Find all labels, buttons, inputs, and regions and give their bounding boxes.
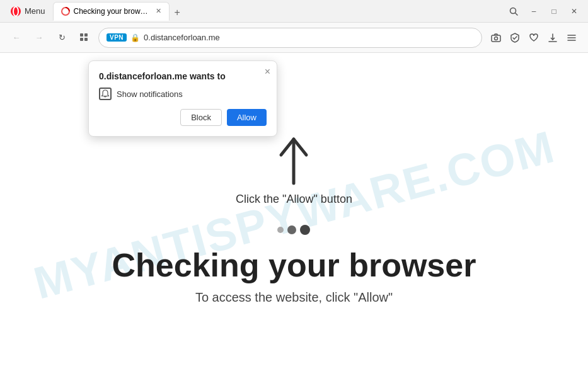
svg-line-4 [516, 13, 518, 15]
camera-button[interactable] [487, 29, 505, 47]
dot-2 [287, 225, 296, 234]
toolbar-icons [487, 29, 580, 47]
address-bar: ← → ↻ VPN 🔒 0.distanceforloan.me [0, 23, 588, 53]
shield-icon [510, 33, 520, 43]
hamburger-icon [567, 33, 577, 43]
popup-title: 0.distanceforloan.me wants to [99, 71, 267, 81]
block-button[interactable]: Block [180, 109, 222, 126]
popup-actions: Block Allow [99, 109, 267, 126]
dot-3 [300, 225, 310, 235]
url-bar[interactable]: VPN 🔒 0.distanceforloan.me [98, 28, 482, 48]
menu-button[interactable] [563, 29, 580, 47]
shield-button[interactable] [506, 29, 524, 47]
new-tab-button[interactable]: + [170, 4, 185, 21]
opera-logo-icon [10, 6, 21, 17]
svg-rect-7 [80, 38, 83, 41]
lock-icon: 🔒 [130, 33, 140, 42]
svg-rect-6 [84, 33, 88, 37]
svg-rect-8 [84, 38, 88, 41]
minimize-button[interactable]: – [525, 3, 543, 20]
url-text: 0.distanceforloan.me [144, 33, 474, 42]
reload-button[interactable]: ↻ [53, 29, 71, 47]
main-content-area: Click the "Allow" button Checking your b… [112, 136, 476, 305]
svg-point-10 [495, 37, 498, 40]
popup-close-button[interactable]: × [265, 66, 270, 77]
grid-icon [79, 33, 89, 43]
bell-icon [101, 89, 110, 98]
forward-button[interactable]: → [30, 29, 48, 47]
active-tab[interactable]: Checking your brows… ✕ [53, 2, 170, 21]
vpn-badge: VPN [107, 33, 127, 42]
click-instruction: Click the "Allow" button [236, 193, 352, 206]
tab-title: Checking your brows… [74, 7, 149, 16]
speed-dial-button[interactable] [76, 29, 93, 47]
maximize-button[interactable]: □ [545, 3, 563, 20]
window-controls: – □ ✕ [505, 3, 583, 20]
tab-favicon-icon [61, 7, 70, 16]
svg-point-0 [11, 6, 21, 16]
title-bar: Menu Checking your brows… ✕ + [0, 0, 588, 23]
sub-text: To access the website, click "Allow" [195, 290, 393, 305]
loading-dots [277, 225, 310, 235]
tab-close-button[interactable]: ✕ [156, 7, 161, 15]
svg-rect-5 [80, 33, 83, 37]
download-icon [548, 33, 558, 43]
arrow-up-icon [275, 136, 313, 193]
opera-menu-button[interactable]: Menu [5, 3, 50, 20]
allow-button[interactable]: Allow [227, 109, 267, 126]
tabs-area: Checking your brows… ✕ + [53, 2, 505, 21]
heart-icon [529, 33, 539, 43]
browser-frame: Menu Checking your brows… ✕ + [0, 0, 588, 381]
download-button[interactable] [544, 29, 562, 47]
search-icon [509, 7, 518, 16]
camera-icon [491, 33, 501, 43]
main-heading: Checking your browser [112, 246, 476, 284]
notification-icon [99, 88, 112, 100]
bookmark-heart-button[interactable] [525, 29, 543, 47]
popup-notification-row: Show notifications [99, 88, 267, 100]
page-content: MYANTISPYWARE.COM × 0.distanceforloan.me… [0, 53, 588, 381]
close-button[interactable]: ✕ [565, 3, 583, 20]
menu-label: Menu [25, 6, 45, 16]
svg-rect-9 [492, 35, 500, 42]
popup-notification-text: Show notifications [117, 89, 183, 99]
dot-1 [277, 227, 284, 233]
notification-popup: × 0.distanceforloan.me wants to Show not… [88, 60, 277, 137]
search-button[interactable] [505, 3, 522, 20]
svg-line-12 [514, 37, 517, 39]
back-button[interactable]: ← [8, 29, 25, 47]
